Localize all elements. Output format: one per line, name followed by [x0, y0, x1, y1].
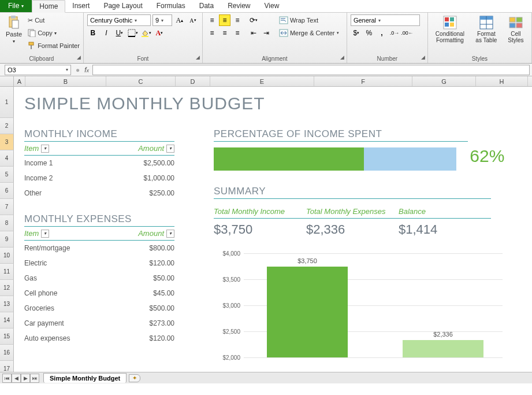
dialog-launcher-icon[interactable]: ◢: [196, 54, 200, 60]
group-font: Century Gothic▾ 9▾ A▴ A▾ B I U▾ ▾ ▾ A▾ F…: [84, 13, 203, 63]
border-button[interactable]: ▾: [127, 27, 139, 39]
dialog-launcher-icon[interactable]: ◢: [421, 54, 425, 60]
row-header[interactable]: 16: [0, 345, 14, 361]
row-header[interactable]: 7: [0, 199, 14, 215]
increase-decimal-icon[interactable]: .0→: [389, 27, 400, 39]
font-color-button[interactable]: A▾: [154, 27, 165, 39]
table-row[interactable]: Rent/mortgage$800.00: [24, 241, 174, 256]
filter-icon[interactable]: ▾: [166, 145, 174, 153]
next-sheet-icon[interactable]: ▶: [21, 374, 30, 383]
new-sheet-icon[interactable]: ✦: [129, 374, 140, 382]
fx-icon[interactable]: fx: [81, 66, 92, 74]
last-sheet-icon[interactable]: ⏭: [30, 374, 39, 383]
row-header[interactable]: 9: [0, 231, 14, 248]
tab-review[interactable]: Review: [221, 0, 257, 12]
row-header[interactable]: 8: [0, 215, 14, 231]
row-header[interactable]: 10: [0, 248, 14, 264]
dialog-launcher-icon[interactable]: ◢: [77, 54, 81, 60]
percent-button[interactable]: %: [363, 27, 375, 39]
number-format-select[interactable]: General▾: [351, 14, 420, 26]
prev-sheet-icon[interactable]: ◀: [12, 374, 21, 383]
file-tab[interactable]: File▾: [0, 0, 32, 12]
table-row[interactable]: Income 2$1,000.00: [24, 171, 174, 186]
format-as-table-button[interactable]: Format as Table: [472, 14, 501, 45]
tab-insert[interactable]: Insert: [65, 0, 96, 12]
merge-center-button[interactable]: Merge & Center▾: [279, 27, 339, 39]
row-header[interactable]: 13: [0, 296, 14, 312]
filter-icon[interactable]: ▾: [41, 230, 49, 238]
underline-button[interactable]: U▾: [114, 27, 125, 39]
row-header[interactable]: 11: [0, 264, 14, 280]
paste-button[interactable]: Paste ▾: [3, 14, 24, 45]
row-header[interactable]: 12: [0, 280, 14, 296]
sheet-content[interactable]: SIMPLE MONTHLY BUDGET MONTHLY INCOME Ite…: [14, 87, 532, 383]
column-header[interactable]: B: [25, 76, 106, 86]
fill-color-button[interactable]: ▾: [140, 27, 152, 39]
row-header[interactable]: 6: [0, 183, 14, 199]
wrap-text-button[interactable]: Wrap Text: [279, 14, 339, 26]
align-left-icon[interactable]: ≡: [206, 27, 218, 39]
table-row[interactable]: Electric$120.00: [24, 256, 174, 271]
tab-view[interactable]: View: [258, 0, 287, 12]
tab-data[interactable]: Data: [192, 0, 221, 12]
conditional-formatting-button[interactable]: Conditional Formatting: [431, 14, 468, 45]
column-header[interactable]: A: [14, 76, 25, 86]
column-header[interactable]: F: [314, 76, 412, 86]
row-header[interactable]: 4: [0, 150, 14, 167]
decrease-indent-icon[interactable]: ⇤: [248, 27, 259, 39]
align-right-icon[interactable]: ≡: [232, 27, 243, 39]
table-row[interactable]: Cell phone$45.00: [24, 286, 174, 301]
font-size-select[interactable]: 9▾: [152, 14, 172, 26]
cell-styles-button[interactable]: Cell Styles: [504, 14, 527, 45]
dialog-launcher-icon[interactable]: ◢: [340, 54, 344, 60]
filter-icon[interactable]: ▾: [41, 145, 49, 153]
table-row[interactable]: Income 1$2,500.00: [24, 156, 174, 171]
row-header[interactable]: 5: [0, 167, 14, 183]
column-header[interactable]: H: [476, 76, 528, 86]
format-painter-button[interactable]: Format Painter: [28, 40, 80, 51]
table-row[interactable]: Auto expenses$120.00: [24, 331, 174, 346]
summary-value: $1,414: [399, 222, 491, 237]
increase-font-icon[interactable]: A▴: [174, 14, 185, 26]
tab-page-layout[interactable]: Page Layout: [96, 0, 149, 12]
increase-indent-icon[interactable]: ⇥: [261, 27, 272, 39]
decrease-decimal-icon[interactable]: .00←: [401, 27, 413, 39]
column-header[interactable]: E: [210, 76, 314, 86]
copy-button[interactable]: Copy▾: [28, 27, 80, 39]
align-middle-icon[interactable]: ≡: [219, 14, 230, 26]
comma-button[interactable]: ,: [376, 27, 388, 39]
align-bottom-icon[interactable]: ≡: [232, 14, 243, 26]
currency-button[interactable]: $▾: [351, 27, 362, 39]
group-alignment: ≡ ≡ ≡ ⟳▾ ≡ ≡ ≡ ⇤ ⇥ Wrap Text Merge & Cen…: [203, 13, 347, 63]
row-header[interactable]: 1: [0, 87, 14, 118]
table-row[interactable]: Other$250.00: [24, 186, 174, 201]
decrease-font-icon[interactable]: A▾: [187, 14, 199, 26]
bold-button[interactable]: B: [87, 27, 99, 39]
orientation-icon[interactable]: ⟳▾: [248, 14, 259, 26]
font-name-select[interactable]: Century Gothic▾: [87, 14, 151, 26]
first-sheet-icon[interactable]: ⏮: [2, 374, 12, 383]
align-center-icon[interactable]: ≡: [219, 27, 230, 39]
tab-home[interactable]: Home: [32, 0, 65, 13]
row-header[interactable]: 14: [0, 312, 14, 328]
column-header[interactable]: D: [176, 76, 210, 86]
section-heading: PERCENTAGE OF INCOME SPENT: [214, 128, 468, 142]
align-top-icon[interactable]: ≡: [206, 14, 218, 26]
table-row[interactable]: Car payment$273.00: [24, 316, 174, 331]
name-box[interactable]: O3▾: [5, 65, 71, 75]
select-all-button[interactable]: [0, 76, 14, 86]
row-header[interactable]: 3: [0, 134, 14, 150]
row-header[interactable]: 2: [0, 118, 14, 134]
column-header[interactable]: G: [412, 76, 476, 86]
table-row[interactable]: Groceries$500.00: [24, 301, 174, 316]
italic-button[interactable]: I: [101, 27, 112, 39]
worksheet-tab[interactable]: Simple Monthly Budget: [43, 373, 127, 383]
cut-button[interactable]: ✂Cut: [28, 14, 80, 26]
formula-input[interactable]: [92, 65, 530, 75]
column-header[interactable]: C: [106, 76, 176, 86]
row-header[interactable]: 15: [0, 328, 14, 345]
data-label: $3,750: [267, 257, 348, 264]
table-row[interactable]: Gas$50.00: [24, 271, 174, 286]
tab-formulas[interactable]: Formulas: [150, 0, 192, 12]
filter-icon[interactable]: ▾: [166, 230, 174, 238]
